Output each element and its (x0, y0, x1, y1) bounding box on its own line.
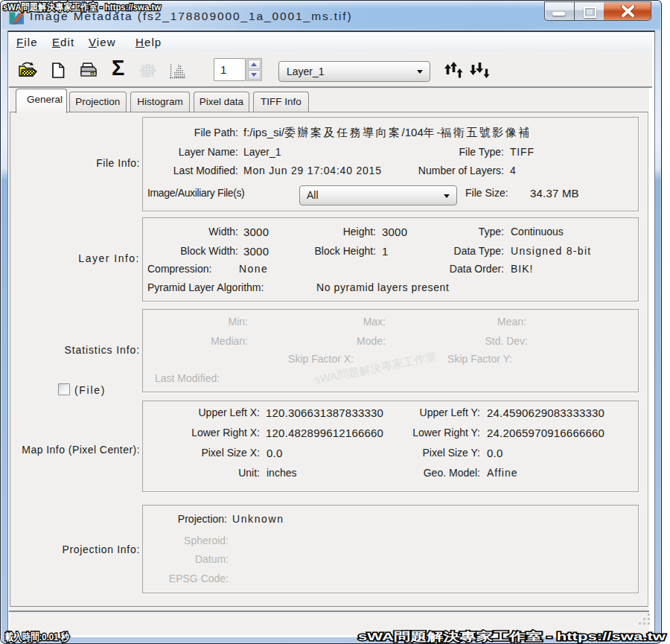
svg-text:sWA問題解決專家工作室 - https://swa.tw: sWA問題解決專家工作室 - https://swa.tw (358, 630, 666, 643)
svg-text:載入時間:0.01 秒: 載入時間:0.01 秒 (4, 631, 70, 643)
svg-text:sWA問題解決專家工作室 - https://swa.tw: sWA問題解決專家工作室 - https://swa.tw (3, 1, 162, 13)
